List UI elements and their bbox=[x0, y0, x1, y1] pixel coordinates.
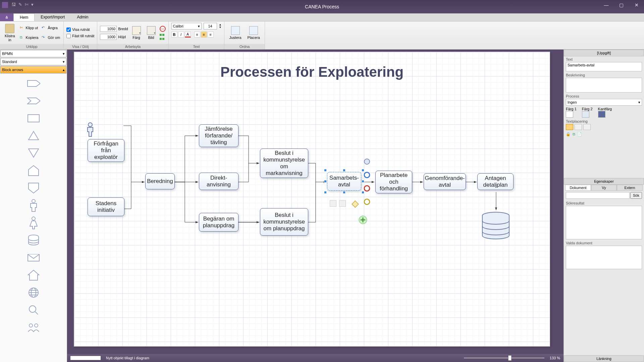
node-beslut-planuppdrag[interactable]: Beslut i kommunstyrelse om planuppdrag bbox=[260, 208, 308, 236]
shape-chevron-icon[interactable] bbox=[27, 95, 40, 107]
minimize-button[interactable]: — bbox=[599, 0, 614, 10]
tab-export-import[interactable]: Export/Import bbox=[35, 13, 71, 21]
bg-image-button[interactable]: ▾Bild bbox=[145, 25, 158, 40]
font-size-input[interactable] bbox=[204, 23, 217, 29]
gizmo-add-icon[interactable] bbox=[358, 215, 368, 226]
italic-button[interactable]: I bbox=[178, 32, 184, 38]
node-forfragan[interactable]: Förfrågan från exploatör bbox=[88, 139, 124, 162]
gizmo-rect2-icon[interactable] bbox=[330, 200, 336, 207]
tab-extern[interactable]: Extern bbox=[617, 185, 643, 191]
close-button[interactable]: ✕ bbox=[629, 0, 644, 10]
place-objects-button[interactable]: Placera bbox=[246, 25, 262, 40]
canvas-scroll[interactable]: Processen för Exploatering bbox=[74, 50, 558, 354]
undo-button[interactable]: ↶Ångra bbox=[41, 25, 61, 31]
node-samarbetsavtal[interactable]: Samarbets-avtal bbox=[327, 172, 361, 191]
shape-triangle-down-icon[interactable] bbox=[27, 147, 40, 159]
doc-icon[interactable]: 📄 bbox=[577, 132, 582, 136]
show-grid-checkbox[interactable]: Visa rutnät bbox=[66, 27, 94, 32]
search-results-list[interactable] bbox=[566, 206, 642, 239]
shape-house-icon[interactable] bbox=[27, 269, 40, 281]
edgecolor-swatch[interactable] bbox=[598, 111, 605, 118]
textplace-opt2[interactable] bbox=[575, 124, 582, 130]
color-swatch-icon: ▾ bbox=[132, 26, 141, 35]
search-input[interactable] bbox=[566, 192, 630, 199]
shape-group-icon[interactable] bbox=[27, 322, 40, 333]
gizmo-circle-3[interactable] bbox=[363, 198, 371, 206]
description-field[interactable] bbox=[566, 78, 642, 93]
node-begaran-planuppdrag[interactable]: Begäran om planuppdrag bbox=[199, 213, 238, 232]
shape-pentagon-up-icon[interactable] bbox=[27, 165, 40, 176]
align-center-button[interactable]: ≡ bbox=[201, 32, 207, 38]
gizmo-diamond-icon[interactable] bbox=[351, 200, 359, 209]
shape-rect-icon[interactable] bbox=[27, 113, 40, 124]
color2-swatch[interactable] bbox=[582, 111, 589, 118]
tab-dokument[interactable]: Dokument bbox=[565, 185, 591, 191]
node-antagen-detaljplan[interactable]: Antagen detaljplan bbox=[477, 173, 514, 190]
tab-admin[interactable]: Admin bbox=[71, 13, 94, 21]
label-sokresultat: Sökresultat bbox=[564, 200, 644, 205]
shape-database-icon[interactable] bbox=[27, 235, 40, 246]
qat-brush-icon[interactable]: ✎ bbox=[18, 2, 22, 7]
diagram-page[interactable]: Processen för Exploatering bbox=[74, 52, 550, 347]
tab-home[interactable]: Hem bbox=[13, 13, 35, 21]
selected-docs-list[interactable] bbox=[566, 246, 642, 269]
gizmo-circle-2[interactable] bbox=[363, 171, 371, 180]
gizmo-circle-1[interactable] bbox=[363, 158, 371, 166]
redo-button[interactable]: ↷Gör om bbox=[41, 35, 61, 40]
qat-cut-icon[interactable]: ✄ bbox=[25, 2, 29, 7]
node-direktanvisning[interactable]: Direkt-anvisning bbox=[199, 173, 238, 190]
node-beredning[interactable]: Beredning bbox=[145, 173, 175, 189]
width-input[interactable] bbox=[100, 26, 117, 32]
app-menu-button[interactable]: ⋔ bbox=[0, 13, 13, 21]
tab-vy[interactable]: Vy bbox=[591, 185, 617, 191]
bold-button[interactable]: B bbox=[171, 32, 177, 38]
shape-category-bpmn[interactable]: BPMN▾ bbox=[0, 50, 66, 57]
snap-grid-checkbox[interactable]: Fäst till rutnät bbox=[66, 34, 94, 38]
paste-button[interactable]: Klistra in bbox=[3, 23, 17, 43]
lock-icon[interactable]: 🔒 bbox=[566, 132, 571, 136]
shape-pentagon-down-icon[interactable] bbox=[27, 182, 40, 194]
search-button[interactable]: Sök bbox=[630, 192, 642, 199]
shape-arrow-right-icon[interactable] bbox=[27, 78, 40, 89]
align-right-button[interactable]: ≡ bbox=[208, 32, 214, 38]
shape-triangle-up-icon[interactable] bbox=[27, 130, 40, 141]
gizmo-rect-icon[interactable] bbox=[339, 200, 346, 207]
align-left-button[interactable]: ≡ bbox=[194, 32, 200, 38]
align-objects-button[interactable]: Justera bbox=[227, 25, 243, 40]
database-icon[interactable] bbox=[481, 212, 511, 241]
process-select[interactable]: Ingen▾ bbox=[566, 99, 642, 106]
font-size-stepper[interactable]: ▲▼ bbox=[219, 23, 222, 29]
node-beslut-markanvisning[interactable]: Beslut i kommunstyrelse om markanvisning bbox=[260, 148, 308, 178]
shape-person-female-icon[interactable] bbox=[27, 217, 40, 229]
app-icon bbox=[2, 2, 8, 8]
node-jamforelse[interactable]: Jämförelse förfarande/ tävling bbox=[199, 124, 238, 147]
gizmo-stop-icon[interactable] bbox=[363, 185, 371, 193]
actor-icon[interactable] bbox=[86, 122, 95, 138]
delete-icon[interactable]: — bbox=[160, 26, 166, 32]
shape-globe-icon[interactable] bbox=[27, 287, 40, 298]
maximize-button[interactable]: ▢ bbox=[614, 0, 629, 10]
copy-button[interactable]: ⧉Kopiera bbox=[19, 35, 39, 40]
bg-color-button[interactable]: ▾Färg bbox=[130, 25, 143, 40]
copy-props-icon[interactable]: ⧉ bbox=[573, 132, 575, 136]
node-genomforandeavtal[interactable]: Genomförande-avtal bbox=[424, 173, 466, 190]
qat-save-icon[interactable]: 🖫 bbox=[11, 2, 16, 7]
font-family-select[interactable]: Calibri▾ bbox=[171, 23, 202, 29]
font-color-button[interactable]: A bbox=[185, 32, 191, 38]
text-field[interactable]: Samarbets-avtal bbox=[566, 62, 642, 71]
textplace-opt3[interactable] bbox=[583, 124, 591, 130]
qat-dropdown-icon[interactable]: ▾ bbox=[31, 2, 34, 7]
height-input[interactable] bbox=[100, 34, 117, 40]
shape-list[interactable] bbox=[0, 74, 67, 362]
shape-magnifier-icon[interactable] bbox=[27, 304, 40, 316]
node-stadens-initiativ[interactable]: Stadens initiativ bbox=[88, 197, 124, 216]
node-planarbete[interactable]: Planarbete och förhandling bbox=[375, 171, 412, 193]
zoom-slider[interactable] bbox=[464, 358, 544, 358]
cut-button[interactable]: ✄Klipp ut bbox=[19, 25, 39, 31]
shape-category-standard[interactable]: Standard▾ bbox=[0, 58, 66, 65]
color1-swatch[interactable] bbox=[566, 111, 573, 118]
textplace-opt1[interactable] bbox=[566, 124, 573, 130]
shape-person-male-icon[interactable] bbox=[27, 200, 40, 211]
shape-mail-icon[interactable] bbox=[27, 252, 40, 263]
shape-category-block-arrows[interactable]: Block arrows▴ bbox=[0, 66, 66, 73]
